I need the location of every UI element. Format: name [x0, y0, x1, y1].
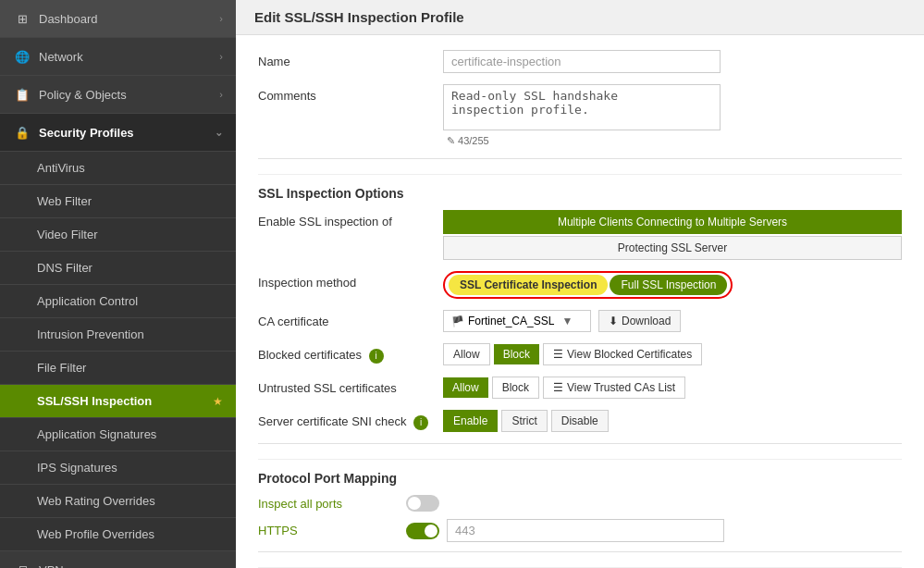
main-content: Edit SSL/SSH Inspection Profile Name Com… [236, 0, 924, 568]
inspection-method-row: Inspection method SSL Certificate Inspec… [258, 271, 902, 299]
https-row: HTTPS [258, 519, 902, 542]
inspect-all-ports-row: Inspect all ports [258, 495, 902, 512]
ca-cert-row: CA certificate 🏴 Fortinet_CA_SSL ▼ ⬇ Dow… [258, 310, 902, 332]
sidebar-item-label: File Filter [37, 361, 223, 375]
protocol-port-title: Protocol Port Mapping [258, 459, 902, 486]
toggle-slider [406, 523, 439, 539]
sidebar-item-label: Security Profiles [39, 126, 215, 140]
inspection-method-label: Inspection method [258, 271, 443, 290]
char-count: ✎ 43/255 [447, 135, 902, 147]
sidebar-item-policy-objects[interactable]: 📋 Policy & Objects › [0, 76, 236, 114]
https-port-input[interactable] [447, 519, 724, 542]
ssl-options-title: SSL Inspection Options [258, 174, 902, 201]
sidebar-item-video-filter[interactable]: Video Filter [0, 218, 236, 252]
blocked-certs-label: Blocked certificates i [258, 343, 443, 364]
sidebar-item-antivirus[interactable]: AntiVirus [0, 152, 236, 185]
full-ssl-inspection-btn[interactable]: Full SSL Inspection [610, 275, 727, 295]
download-label: Download [622, 315, 671, 327]
ca-cert-label: CA certificate [258, 310, 443, 328]
enable-ssl-options: Multiple Clients Connecting to Multiple … [443, 210, 902, 260]
sidebar-item-web-filter[interactable]: Web Filter [0, 185, 236, 218]
chevron-down-icon: ⌄ [215, 127, 223, 139]
sidebar-item-label: VPN [39, 563, 219, 569]
sni-enable-btn[interactable]: Enable [443, 410, 498, 432]
sidebar-item-label: Network [39, 50, 219, 64]
download-btn[interactable]: ⬇ Download [598, 310, 681, 332]
comments-control: Read-only SSL handshake inspection profi… [443, 84, 902, 147]
sni-control: Enable Strict Disable [443, 410, 902, 432]
sidebar-item-label: Video Filter [37, 228, 223, 241]
ssl-cert-inspection-btn[interactable]: SSL Certificate Inspection [449, 275, 608, 295]
sni-check-row: Server certificate SNI check i Enable St… [258, 410, 902, 432]
sidebar-item-ssl-ssh-inspection[interactable]: SSL/SSH Inspection ★ [0, 385, 236, 418]
comments-textarea[interactable]: Read-only SSL handshake inspection profi… [443, 84, 721, 130]
dropdown-arrow-icon: ▼ [561, 315, 573, 327]
view-trusted-cas-btn[interactable]: ☰ View Trusted CAs List [543, 377, 685, 399]
page-title: Edit SSL/SSH Inspection Profile [254, 9, 464, 25]
lock-icon: 🔒 [13, 123, 31, 142]
blocked-certs-info-icon[interactable]: i [369, 349, 384, 364]
list-icon: ☰ [553, 348, 563, 361]
policy-icon: 📋 [13, 85, 31, 104]
untrusted-ssl-row: Untrusted SSL certificates Allow Block ☰… [258, 377, 902, 399]
sidebar-item-label: IPS Signatures [37, 461, 223, 475]
sidebar-item-ips-signatures[interactable]: IPS Signatures [0, 451, 236, 485]
network-icon: 🌐 [13, 47, 31, 66]
sidebar-item-vpn[interactable]: 🖥 VPN › [0, 551, 236, 568]
name-label: Name [258, 50, 443, 68]
untrusted-ssl-control: Allow Block ☰ View Trusted CAs List [443, 377, 902, 399]
sidebar-item-web-profile-overrides[interactable]: Web Profile Overrides [0, 518, 236, 551]
chevron-right-icon: › [219, 564, 223, 568]
sni-strict-btn[interactable]: Strict [501, 410, 547, 432]
sidebar-item-application-control[interactable]: Application Control [0, 285, 236, 318]
sidebar-item-dns-filter[interactable]: DNS Filter [0, 252, 236, 285]
chevron-right-icon: › [219, 89, 223, 100]
sidebar-item-label: Application Control [37, 294, 223, 308]
sidebar-item-file-filter[interactable]: File Filter [0, 352, 236, 385]
sidebar-item-network[interactable]: 🌐 Network › [0, 38, 236, 76]
sidebar-item-label: Web Rating Overrides [37, 494, 223, 508]
sni-label: Server certificate SNI check i [258, 410, 443, 430]
blocked-allow-btn[interactable]: Allow [443, 343, 490, 365]
sidebar-item-label: Intrusion Prevention [37, 327, 223, 341]
download-icon: ⬇ [609, 315, 618, 327]
untrusted-allow-btn[interactable]: Allow [443, 377, 488, 398]
name-control [443, 50, 902, 73]
blocked-certs-row: Blocked certificates i Allow Block ☰ Vie… [258, 343, 902, 365]
list-icon: ☰ [553, 381, 563, 394]
sni-disable-btn[interactable]: Disable [551, 410, 609, 432]
sidebar-item-label: Policy & Objects [39, 88, 219, 102]
inspection-method-control: SSL Certificate Inspection Full SSL Insp… [443, 271, 902, 299]
comments-row: Comments Read-only SSL handshake inspect… [258, 84, 902, 147]
chevron-right-icon: › [219, 13, 223, 24]
name-input[interactable] [443, 50, 721, 73]
toggle-slider [406, 495, 439, 512]
sidebar-item-label: Dashboard [39, 12, 219, 26]
fortinet-flag-icon: 🏴 [451, 315, 464, 327]
untrusted-block-btn[interactable]: Block [492, 377, 539, 399]
inspect-all-ports-label: Inspect all ports [258, 497, 406, 511]
sidebar-item-application-signatures[interactable]: Application Signatures [0, 418, 236, 451]
sidebar-item-security-profiles[interactable]: 🔒 Security Profiles ⌄ [0, 114, 236, 152]
sidebar-item-intrusion-prevention[interactable]: Intrusion Prevention [0, 318, 236, 352]
star-icon: ★ [213, 395, 223, 408]
sidebar-item-label: DNS Filter [37, 261, 223, 275]
https-label: HTTPS [258, 524, 406, 537]
sidebar-item-web-rating-overrides[interactable]: Web Rating Overrides [0, 485, 236, 518]
inspection-method-group: SSL Certificate Inspection Full SSL Insp… [443, 271, 733, 299]
view-blocked-certs-btn[interactable]: ☰ View Blocked Certificates [543, 343, 702, 365]
inspect-all-ports-toggle[interactable] [406, 495, 439, 512]
name-row: Name [258, 50, 902, 73]
sni-info-icon[interactable]: i [413, 415, 428, 430]
vpn-icon: 🖥 [13, 561, 31, 568]
ca-cert-select[interactable]: 🏴 Fortinet_CA_SSL ▼ [443, 310, 591, 332]
sidebar-item-label: SSL/SSH Inspection [37, 394, 213, 408]
enable-multiple-clients-btn[interactable]: Multiple Clients Connecting to Multiple … [443, 210, 902, 234]
ca-cert-control: 🏴 Fortinet_CA_SSL ▼ ⬇ Download [443, 310, 902, 332]
https-toggle[interactable] [406, 523, 439, 539]
dashboard-icon: ⊞ [13, 9, 31, 28]
sidebar-item-dashboard[interactable]: ⊞ Dashboard › [0, 0, 236, 38]
blocked-block-btn[interactable]: Block [494, 344, 539, 364]
enable-ssl-label: Enable SSL inspection of [258, 210, 443, 228]
enable-protecting-ssl-btn[interactable]: Protecting SSL Server [443, 236, 902, 260]
